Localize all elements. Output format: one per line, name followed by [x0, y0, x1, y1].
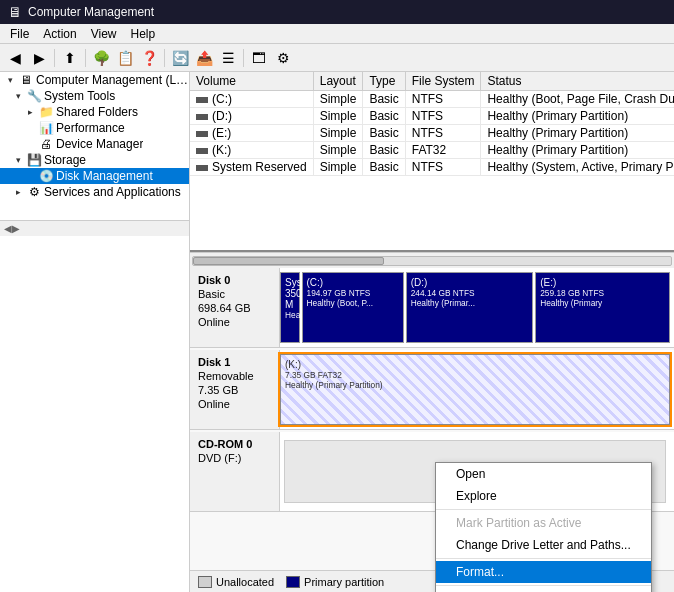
menu-action[interactable]: Action [37, 26, 82, 41]
primary-color [286, 576, 300, 588]
context-menu-item[interactable]: Change Drive Letter and Paths... [436, 534, 651, 556]
sidebar-item-storage[interactable]: ▾ 💾 Storage [0, 152, 189, 168]
app-icon: 🖥 [8, 4, 22, 20]
tools-icon: 🔧 [26, 89, 42, 103]
table-row[interactable]: (C:) Simple Basic NTFS Healthy (Boot, Pa… [190, 91, 674, 108]
sidebar-label: Disk Management [54, 169, 153, 183]
sidebar-item-computer-management[interactable]: ▾ 🖥 Computer Management (Local [0, 72, 189, 88]
cell-fs: NTFS [405, 108, 481, 125]
cell-volume: (C:) [190, 91, 313, 108]
cell-type: Basic [363, 125, 405, 142]
cell-volume: System Reserved [190, 159, 313, 176]
cell-fs: FAT32 [405, 142, 481, 159]
services-icon: ⚙ [26, 185, 42, 199]
expand-icon: ▸ [10, 187, 26, 197]
cell-volume: (E:) [190, 125, 313, 142]
storage-icon: 💾 [26, 153, 42, 167]
disk-type: Basic [198, 288, 271, 300]
sidebar-item-system-tools[interactable]: ▾ 🔧 System Tools [0, 88, 189, 104]
cell-layout: Simple [313, 142, 363, 159]
menu-view[interactable]: View [85, 26, 123, 41]
table-row[interactable]: (D:) Simple Basic NTFS Healthy (Primary … [190, 108, 674, 125]
disk-label: CD-ROM 0 DVD (F:) [190, 432, 280, 511]
expand-icon: ▾ [10, 155, 26, 165]
table-row[interactable]: (E:) Simple Basic NTFS Healthy (Primary … [190, 125, 674, 142]
disk-type: Removable [198, 370, 271, 382]
table-row[interactable]: System Reserved Simple Basic NTFS Health… [190, 159, 674, 176]
folder-icon: 📁 [38, 105, 54, 119]
export-button[interactable]: 📤 [193, 47, 215, 69]
sidebar-label: Storage [42, 153, 86, 167]
cell-type: Basic [363, 108, 405, 125]
sidebar-item-services[interactable]: ▸ ⚙ Services and Applications [0, 184, 189, 200]
context-menu-item[interactable]: Open [436, 463, 651, 485]
partition[interactable]: (K:)7.35 GB FAT32Healthy (Primary Partit… [280, 354, 670, 425]
disk-label: Disk 0 Basic 698.64 GB Online [190, 268, 280, 347]
sidebar-item-performance[interactable]: 📊 Performance [0, 120, 189, 136]
separator-4 [243, 49, 244, 67]
device-icon: 🖨 [38, 137, 54, 151]
expand-icon [22, 123, 38, 133]
cell-layout: Simple [313, 125, 363, 142]
partition[interactable]: (E:)259.18 GB NTFSHealthy (Primary [535, 272, 670, 343]
up-button[interactable]: ⬆ [59, 47, 81, 69]
customize-button[interactable]: ⚙ [272, 47, 294, 69]
partition[interactable]: (C:)194.97 GB NTFSHealthy (Boot, P... [302, 272, 404, 343]
cell-type: Basic [363, 91, 405, 108]
context-menu-item[interactable]: Format... [436, 561, 651, 583]
disk-label: Disk 1 Removable 7.35 GB Online [190, 350, 280, 429]
disk-status: Online [198, 398, 271, 410]
partition[interactable]: Syste350 MHealt [280, 272, 300, 343]
separator-1 [54, 49, 55, 67]
scrollbar-thumb[interactable] [193, 257, 384, 265]
disk-type: DVD (F:) [198, 452, 271, 464]
primary-label: Primary partition [304, 576, 384, 588]
cell-fs: NTFS [405, 159, 481, 176]
back-button[interactable]: ◀ [4, 47, 26, 69]
cell-status: Healthy (System, Active, Primary Part... [481, 159, 674, 176]
disk-row: Disk 1 Removable 7.35 GB Online(K:)7.35 … [190, 350, 674, 430]
col-filesystem[interactable]: File System [405, 72, 481, 91]
col-type[interactable]: Type [363, 72, 405, 91]
expand-icon [22, 171, 38, 181]
cell-fs: NTFS [405, 91, 481, 108]
sidebar-item-shared-folders[interactable]: ▸ 📁 Shared Folders [0, 104, 189, 120]
cell-status: Healthy (Primary Partition) [481, 125, 674, 142]
disk-name: Disk 0 [198, 274, 271, 286]
new-window-button[interactable]: 🗔 [248, 47, 270, 69]
scrollbar-track[interactable] [192, 256, 672, 266]
menu-separator [436, 558, 651, 559]
legend-primary: Primary partition [286, 576, 384, 588]
table-row[interactable]: (K:) Simple Basic FAT32 Healthy (Primary… [190, 142, 674, 159]
show-hide-console-tree[interactable]: 🌳 [90, 47, 112, 69]
sidebar-label: System Tools [42, 89, 115, 103]
context-menu: OpenExploreMark Partition as ActiveChang… [435, 462, 652, 592]
menu-help[interactable]: Help [125, 26, 162, 41]
performance-icon: 📊 [38, 121, 54, 135]
properties-button[interactable]: 📋 [114, 47, 136, 69]
col-layout[interactable]: Layout [313, 72, 363, 91]
context-menu-item[interactable]: Explore [436, 485, 651, 507]
partition[interactable]: (D:)244.14 GB NTFSHealthy (Primar... [406, 272, 534, 343]
horizontal-scrollbar[interactable] [190, 252, 674, 268]
sidebar-bottom: ◀▶ [0, 220, 189, 236]
disk-row: Disk 0 Basic 698.64 GB OnlineSyste350 MH… [190, 268, 674, 348]
title-bar: 🖥 Computer Management [0, 0, 674, 24]
col-status[interactable]: Status [481, 72, 674, 91]
unallocated-label: Unallocated [216, 576, 274, 588]
sidebar-item-disk-management[interactable]: 💿 Disk Management [0, 168, 189, 184]
forward-button[interactable]: ▶ [28, 47, 50, 69]
cell-status: Healthy (Boot, Page File, Crash Dump... [481, 91, 674, 108]
menu-file[interactable]: File [4, 26, 35, 41]
volume-table-container: Volume Layout Type File System Status (C… [190, 72, 674, 252]
view-options-button[interactable]: ☰ [217, 47, 239, 69]
main-container: ▾ 🖥 Computer Management (Local ▾ 🔧 Syste… [0, 72, 674, 592]
context-menu-item[interactable]: Extend Volume... [436, 588, 651, 592]
sidebar-item-device-manager[interactable]: 🖨 Device Manager [0, 136, 189, 152]
col-volume[interactable]: Volume [190, 72, 313, 91]
help-button[interactable]: ❓ [138, 47, 160, 69]
volume-table: Volume Layout Type File System Status (C… [190, 72, 674, 176]
expand-icon: ▸ [22, 107, 38, 117]
computer-icon: 🖥 [18, 73, 34, 87]
refresh-button[interactable]: 🔄 [169, 47, 191, 69]
